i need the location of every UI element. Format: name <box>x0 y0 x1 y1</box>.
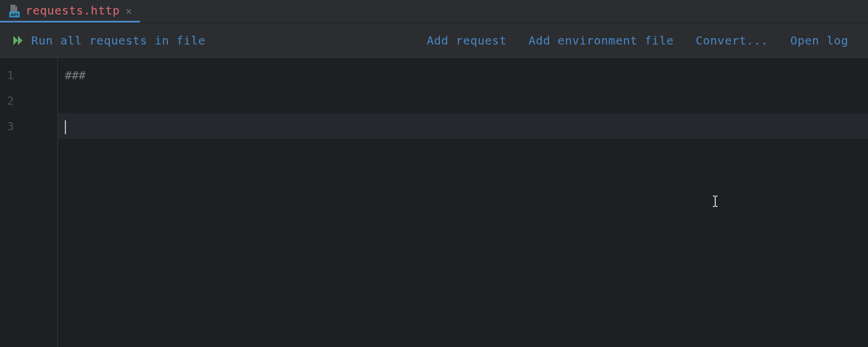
open-log-link[interactable]: Open log <box>782 34 856 47</box>
line-number[interactable]: 3 <box>0 113 57 139</box>
code-line[interactable]: ### <box>58 62 868 88</box>
api-file-icon: API <box>7 3 21 17</box>
run-all-button[interactable]: Run all requests in file <box>31 34 205 47</box>
editor-toolbar: Run all requests in file Add request Add… <box>0 23 868 58</box>
code-text: ### <box>65 68 86 82</box>
code-line[interactable] <box>58 113 868 139</box>
tab-filename: requests.http <box>25 3 120 17</box>
line-number[interactable]: 1 <box>0 62 57 88</box>
code-content[interactable]: ### <box>58 58 868 347</box>
tab-bar: API requests.http ✕ <box>0 0 868 23</box>
add-request-link[interactable]: Add request <box>418 34 514 47</box>
convert-link[interactable]: Convert... <box>687 34 776 47</box>
editor-area: 1 2 3 ### <box>0 58 868 347</box>
file-tab[interactable]: API requests.http ✕ <box>0 0 140 23</box>
run-all-icon[interactable] <box>12 34 25 47</box>
svg-text:API: API <box>10 12 18 17</box>
text-caret <box>65 120 66 134</box>
code-line[interactable] <box>58 88 868 113</box>
add-environment-file-link[interactable]: Add environment file <box>520 34 682 47</box>
line-number[interactable]: 2 <box>0 88 57 113</box>
close-icon[interactable]: ✕ <box>124 5 133 17</box>
line-gutter: 1 2 3 <box>0 58 58 347</box>
